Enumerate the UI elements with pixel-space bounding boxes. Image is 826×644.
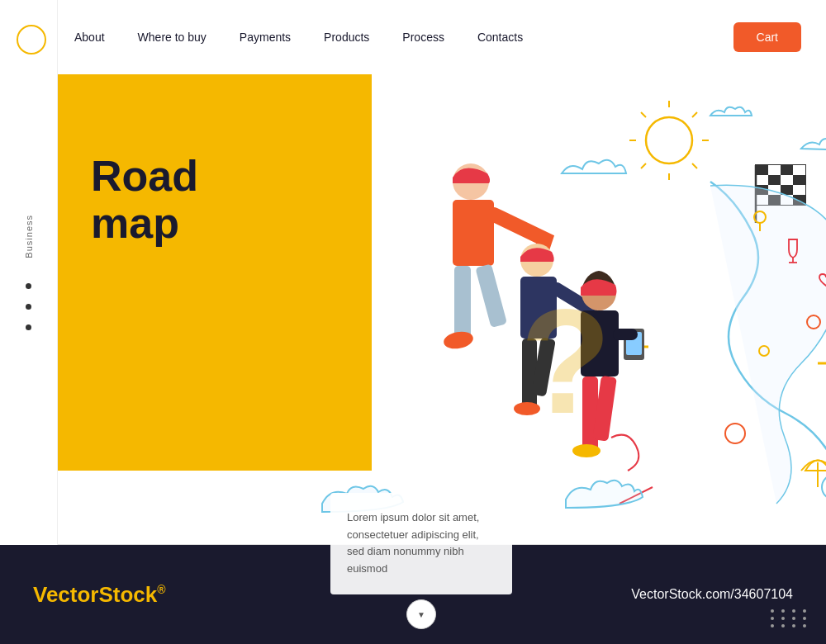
nav-where-to-buy[interactable]: Where to buy [138,31,206,44]
vectorstock-url: VectorStock.com/34607104 [631,587,793,602]
header: About Where to buy Payments Products Pro… [58,0,826,74]
grid-dot [771,624,774,627]
sidebar-dot-2[interactable] [26,304,31,310]
hero-background [58,74,372,471]
svg-point-37 [822,475,826,500]
nav-payments[interactable]: Payments [240,31,291,44]
svg-rect-14 [756,175,768,185]
nav-products[interactable]: Products [324,31,369,44]
grid-dot [781,624,785,627]
logo-circle [17,25,46,54]
text-box-content: Lorem ipsum dolor sit amet, consectetuer… [347,509,496,578]
svg-line-7 [692,112,697,117]
grid-dot [771,617,774,620]
grid-dot [792,609,795,613]
svg-rect-11 [768,165,781,175]
hero-title: Road map [91,153,198,247]
grid-dots-decoration [771,609,809,627]
sidebar-dots [26,283,31,330]
svg-rect-16 [781,175,793,185]
grid-dot [803,617,806,620]
grid-dot [781,617,785,620]
grid-dot [803,624,806,627]
svg-line-6 [692,163,697,168]
scroll-down-button[interactable]: ▼ [406,599,436,629]
chevron-down-icon: ▼ [417,610,425,619]
svg-line-8 [641,163,646,168]
sidebar: Business [0,0,58,545]
logo-text: VectorStock [33,582,157,607]
illustration: ? [306,66,826,545]
text-box: Lorem ipsum dolor sit amet, consectetuer… [330,493,512,594]
svg-rect-10 [756,165,768,175]
grid-dot [771,609,774,613]
grid-dot [803,609,806,613]
sidebar-dot-1[interactable] [26,283,31,289]
sidebar-label: Business [24,215,34,258]
sidebar-dot-3[interactable] [26,324,31,330]
svg-rect-40 [454,266,471,340]
svg-rect-12 [781,165,793,175]
svg-point-54 [572,444,601,457]
svg-line-5 [641,112,646,117]
svg-rect-39 [453,200,494,266]
nav-process[interactable]: Process [402,31,444,44]
svg-rect-41 [475,263,507,328]
vectorstock-logo: VectorStock® [33,582,166,608]
svg-point-36 [725,424,745,443]
main-nav: About Where to buy Payments Products Pro… [74,31,523,44]
svg-rect-13 [793,165,805,175]
logo-reg: ® [157,583,165,596]
grid-dot [781,609,785,613]
svg-rect-15 [768,175,781,185]
svg-rect-21 [793,185,805,195]
svg-text:?: ? [520,278,611,444]
svg-rect-17 [793,175,805,185]
nav-about[interactable]: About [74,31,105,44]
nav-contacts[interactable]: Contacts [477,31,523,44]
grid-dot [792,624,795,627]
svg-point-0 [646,117,692,163]
grid-dot [792,617,795,620]
cart-button[interactable]: Cart [733,22,801,52]
